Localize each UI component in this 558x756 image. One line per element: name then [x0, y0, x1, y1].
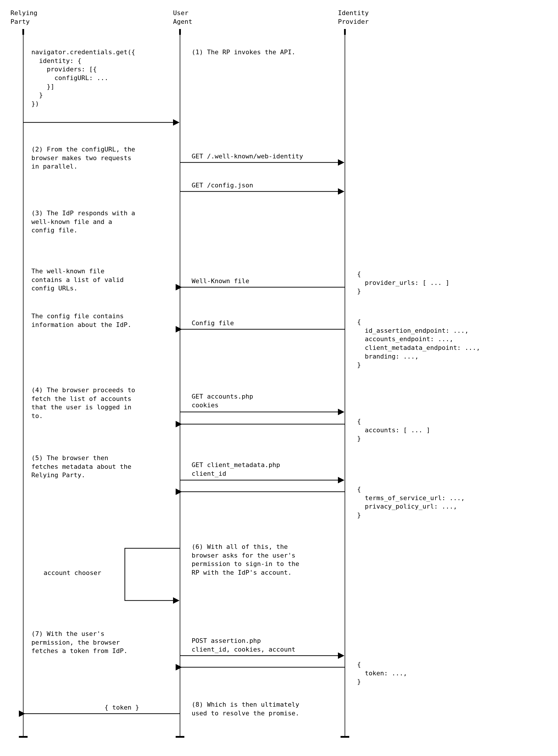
return-token: { token } — [104, 703, 139, 712]
step-5-label: (5) The browser then fetches metadata ab… — [31, 454, 131, 480]
response-wellknown: Well-Known file — [192, 277, 249, 286]
response-config: Config file — [192, 319, 234, 327]
note-config: The config file contains information abo… — [31, 312, 131, 329]
step-6-label: (6) With all of this, the browser asks f… — [192, 542, 299, 577]
step-7-label: (7) With the user's permission, the brow… — [31, 629, 127, 655]
request-accounts: GET accounts.php cookies — [192, 392, 253, 409]
actor-idp-label: IdentityProvider — [338, 9, 369, 26]
json-config: { id_assertion_endpoint: ..., accounts_e… — [357, 318, 480, 369]
code-invoke: navigator.credentials.get({ identity: { … — [31, 48, 135, 108]
json-metadata: { terms_of_service_url: ..., privacy_pol… — [357, 485, 465, 519]
request-wellknown: GET /.well-known/web-identity — [192, 152, 303, 161]
actor-rp-label: RelyingParty — [10, 9, 37, 26]
step-1-label: (1) The RP invokes the API. — [192, 48, 296, 57]
json-token: { token: ..., } — [357, 660, 407, 686]
step-8-label: (8) Which is then ultimately used to res… — [192, 700, 299, 718]
self-msg-label: account chooser — [44, 569, 101, 577]
sequence-diagram: RelyingParty UserAgent IdentityProvider … — [0, 0, 558, 756]
request-metadata: GET client_metadata.php client_id — [192, 461, 280, 478]
step-2-label: (2) From the configURL, the browser make… — [31, 145, 135, 171]
json-wellknown: { provider_urls: [ ... ] } — [357, 270, 450, 296]
note-wellknown: The well-known file contains a list of v… — [31, 267, 124, 293]
request-assertion: POST assertion.php client_id, cookies, a… — [192, 637, 296, 654]
json-accounts: { accounts: [ ... ] } — [357, 417, 430, 443]
request-config: GET /config.json — [192, 181, 253, 190]
step-3-label: (3) The IdP responds with a well-known f… — [31, 209, 135, 235]
step-4-label: (4) The browser proceeds to fetch the li… — [31, 386, 135, 420]
actor-ua-label: UserAgent — [173, 9, 192, 26]
